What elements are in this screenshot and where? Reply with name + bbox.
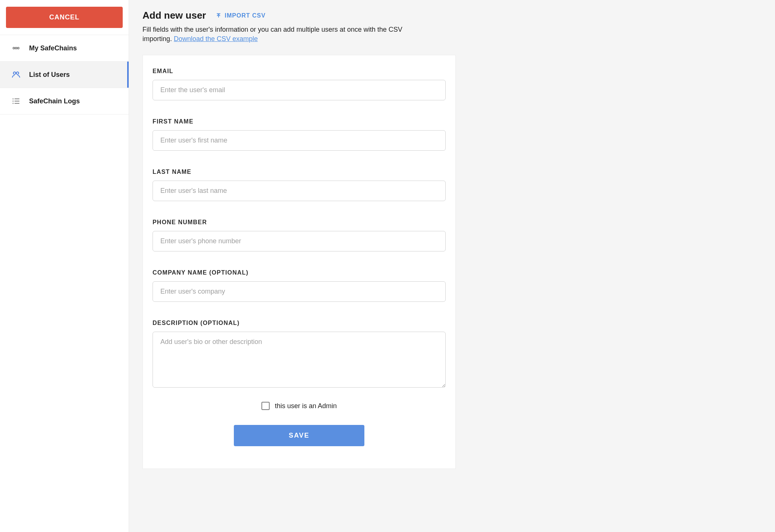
chain-icon	[11, 43, 21, 53]
svg-point-9	[13, 101, 13, 101]
svg-point-2	[18, 47, 19, 49]
sidebar-item-safechain-logs[interactable]: SafeChain Logs	[0, 88, 129, 115]
description-field[interactable]	[153, 332, 446, 388]
list-icon	[11, 96, 21, 106]
sidebar-item-label: List of Users	[29, 71, 70, 79]
first-name-group: FIRST NAME	[153, 118, 446, 151]
first-name-label: FIRST NAME	[153, 118, 446, 125]
download-csv-example-link[interactable]: Download the CSV example	[174, 35, 258, 43]
sidebar-item-label: My SafeChains	[29, 44, 77, 52]
save-button[interactable]: SAVE	[234, 425, 364, 446]
description-label: DESCRIPTION (OPTIONAL)	[153, 320, 446, 326]
admin-checkbox[interactable]	[261, 402, 270, 410]
sidebar-item-list-of-users[interactable]: List of Users	[0, 62, 129, 88]
sidebar: CANCEL My SafeChains List of Users SafeC…	[0, 0, 129, 532]
company-label: COMPANY NAME (OPTIONAL)	[153, 269, 446, 276]
sidebar-item-label: SafeChain Logs	[29, 97, 80, 105]
phone-group: PHONE NUMBER	[153, 219, 446, 251]
users-icon	[11, 70, 21, 79]
page-subtext: Fill fields with the user's information …	[142, 25, 426, 44]
svg-point-3	[13, 72, 16, 74]
first-name-field[interactable]	[153, 130, 446, 151]
last-name-group: LAST NAME	[153, 169, 446, 201]
import-csv-button[interactable]: IMPORT CSV	[216, 12, 266, 19]
upload-icon	[216, 13, 222, 19]
sidebar-item-my-safechains[interactable]: My SafeChains	[0, 35, 129, 62]
add-user-form: EMAIL FIRST NAME LAST NAME PHONE NUMBER …	[142, 55, 456, 469]
cancel-button[interactable]: CANCEL	[6, 7, 123, 28]
svg-point-8	[13, 99, 13, 99]
phone-field[interactable]	[153, 231, 446, 251]
import-csv-label: IMPORT CSV	[225, 12, 266, 19]
svg-point-10	[13, 103, 13, 104]
svg-point-1	[15, 47, 17, 49]
description-group: DESCRIPTION (OPTIONAL)	[153, 320, 446, 389]
admin-checkbox-label: this user is an Admin	[275, 402, 337, 410]
email-field[interactable]	[153, 80, 446, 100]
last-name-label: LAST NAME	[153, 169, 446, 175]
svg-point-4	[16, 72, 19, 74]
email-group: EMAIL	[153, 68, 446, 100]
header-row: Add new user IMPORT CSV	[142, 10, 586, 21]
last-name-field[interactable]	[153, 181, 446, 201]
company-group: COMPANY NAME (OPTIONAL)	[153, 269, 446, 302]
page-title: Add new user	[142, 10, 206, 21]
company-field[interactable]	[153, 281, 446, 302]
admin-checkbox-row: this user is an Admin	[153, 402, 446, 410]
email-label: EMAIL	[153, 68, 446, 75]
phone-label: PHONE NUMBER	[153, 219, 446, 226]
cancel-container: CANCEL	[0, 7, 129, 35]
main-content: Add new user IMPORT CSV Fill fields with…	[129, 0, 599, 532]
svg-point-0	[13, 47, 15, 49]
